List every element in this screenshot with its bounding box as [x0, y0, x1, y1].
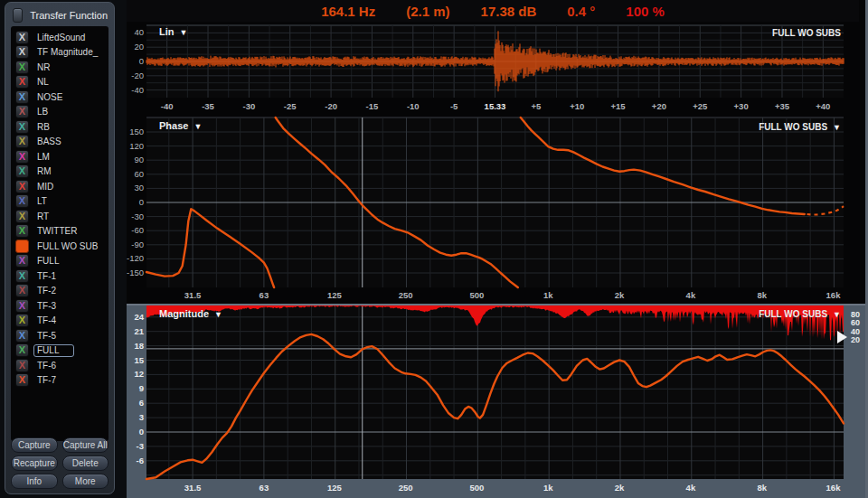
- svg-text:+10: +10: [570, 101, 584, 111]
- impulse-response-plot[interactable]: 40200-20-40-40-35-30-25-20-15-10-515.33+…: [127, 23, 868, 116]
- svg-text:-30: -30: [131, 211, 144, 221]
- measurement-item[interactable]: XRB: [11, 119, 108, 135]
- x-icon[interactable]: X: [15, 269, 29, 283]
- svg-text:60: 60: [134, 169, 144, 179]
- svg-text:2k: 2k: [615, 290, 625, 300]
- x-icon[interactable]: X: [15, 164, 29, 178]
- svg-text:+15: +15: [610, 101, 626, 111]
- transfer-function-app: Transfer Function XLiftedSoundXTF Magnit…: [0, 0, 868, 498]
- svg-text:2k: 2k: [615, 483, 625, 493]
- svg-text:-3: -3: [137, 441, 144, 451]
- svg-text:-5: -5: [450, 101, 458, 111]
- x-icon[interactable]: X: [15, 194, 29, 208]
- measurement-item[interactable]: XTF-1: [11, 268, 108, 284]
- svg-text:15.33: 15.33: [485, 101, 506, 111]
- measurement-item[interactable]: XNR: [11, 60, 108, 75]
- measurement-label: FULL: [37, 256, 59, 266]
- svg-text:-6: -6: [137, 456, 144, 465]
- svg-text:+5: +5: [531, 101, 542, 111]
- x-icon[interactable]: X: [15, 150, 29, 164]
- svg-text:-15: -15: [366, 101, 379, 111]
- svg-text:0: 0: [139, 56, 144, 66]
- svg-text:120: 120: [129, 141, 144, 151]
- more-button[interactable]: More: [62, 474, 109, 489]
- x-icon[interactable]: X: [15, 254, 29, 268]
- svg-text:-20: -20: [325, 101, 337, 111]
- measurement-item[interactable]: XMID: [11, 179, 108, 194]
- phase-trace-selector[interactable]: FULL WO SUBS: [759, 122, 841, 132]
- measurement-item[interactable]: XBASS: [11, 135, 108, 150]
- measurement-item[interactable]: XFULL: [11, 343, 108, 359]
- recapture-button[interactable]: Recapture: [11, 456, 58, 471]
- magnitude-plot[interactable]: 24211815129630-3-631.5631252505001k2k4k8…: [127, 304, 868, 498]
- x-icon[interactable]: X: [15, 90, 29, 104]
- lin-plot-type-selector[interactable]: Lin: [159, 26, 187, 37]
- active-measurement-icon[interactable]: [15, 240, 29, 253]
- measurement-item[interactable]: XNL: [11, 75, 108, 90]
- x-icon[interactable]: X: [15, 45, 29, 59]
- measurement-buttons: CaptureCapture AllRecaptureDeleteInfoMor…: [11, 437, 108, 489]
- x-icon[interactable]: X: [15, 75, 29, 89]
- measurement-item[interactable]: FULL WO SUB: [11, 239, 108, 254]
- capture-button[interactable]: Capture: [11, 437, 58, 453]
- x-icon[interactable]: X: [15, 284, 29, 297]
- measurement-item[interactable]: XRM: [11, 164, 108, 180]
- x-icon[interactable]: X: [15, 105, 29, 118]
- measurement-item[interactable]: XRT: [11, 209, 108, 224]
- x-icon[interactable]: X: [15, 180, 29, 193]
- measurement-item[interactable]: XLB: [11, 105, 108, 120]
- x-icon[interactable]: X: [15, 314, 29, 327]
- svg-text:+20: +20: [652, 101, 666, 111]
- measurement-item[interactable]: XLM: [11, 149, 108, 164]
- magnitude-trace-selector[interactable]: FULL WO SUBS: [759, 309, 841, 319]
- dropdown-icon: [193, 120, 202, 131]
- measurement-item[interactable]: XTF Magnitude_: [11, 45, 108, 61]
- svg-text:+40: +40: [816, 101, 830, 111]
- x-icon[interactable]: X: [15, 343, 29, 357]
- measurement-label: TF-2: [37, 286, 56, 296]
- x-icon[interactable]: X: [15, 120, 29, 134]
- measurement-item[interactable]: XNOSE: [11, 89, 108, 105]
- svg-text:20: 20: [134, 42, 144, 52]
- svg-text:18: 18: [134, 341, 144, 351]
- capture-all-button[interactable]: Capture All: [62, 437, 109, 453]
- svg-text:1k: 1k: [543, 483, 553, 493]
- x-icon[interactable]: X: [15, 210, 29, 223]
- delete-button[interactable]: Delete: [62, 456, 109, 471]
- phase-plot[interactable]: 1501209060300-30-60-90-120-15031.5631252…: [127, 116, 868, 304]
- x-icon[interactable]: X: [15, 61, 29, 74]
- measurement-name-edit-field[interactable]: FULL: [33, 344, 74, 357]
- x-icon[interactable]: X: [15, 299, 29, 313]
- measurement-label: TF Magnitude_: [37, 47, 98, 57]
- measurement-item[interactable]: XTF-2: [11, 284, 108, 299]
- measurement-item[interactable]: XTF-6: [11, 358, 108, 373]
- svg-text:6: 6: [139, 398, 144, 408]
- panel-toggle-button[interactable]: [13, 8, 23, 23]
- measurement-list[interactable]: XLiftedSoundXTF Magnitude_XNRXNLXNOSEXLB…: [11, 26, 108, 441]
- measurement-item[interactable]: XLT: [11, 194, 108, 210]
- measurement-item[interactable]: XTF-4: [11, 314, 108, 329]
- measurement-item[interactable]: XTF-7: [11, 373, 108, 389]
- measurement-label: MID: [37, 182, 53, 192]
- magnitude-plot-type-selector[interactable]: Magnitude: [159, 308, 222, 319]
- measurement-item[interactable]: XTF-5: [11, 328, 108, 343]
- x-icon[interactable]: X: [15, 224, 29, 238]
- measurement-item[interactable]: XTF-3: [11, 298, 108, 314]
- measurement-label: RT: [37, 211, 49, 221]
- info-button[interactable]: Info: [11, 474, 58, 489]
- x-icon[interactable]: X: [15, 329, 29, 343]
- x-icon[interactable]: X: [15, 373, 29, 387]
- svg-text:-60: -60: [131, 225, 144, 235]
- phase-plot-type-selector[interactable]: Phase: [159, 120, 202, 131]
- svg-text:30: 30: [134, 183, 144, 193]
- measurement-item[interactable]: XTWITTER: [11, 224, 108, 240]
- x-icon[interactable]: X: [15, 31, 29, 44]
- measurement-item[interactable]: XLiftedSound: [11, 30, 108, 45]
- measurement-item[interactable]: XFULL: [11, 254, 108, 269]
- play-icon[interactable]: [837, 331, 847, 343]
- svg-text:500: 500: [470, 483, 485, 493]
- x-icon[interactable]: X: [15, 135, 29, 148]
- svg-text:16k: 16k: [826, 483, 842, 493]
- svg-text:12: 12: [134, 369, 144, 379]
- x-icon[interactable]: X: [15, 359, 29, 372]
